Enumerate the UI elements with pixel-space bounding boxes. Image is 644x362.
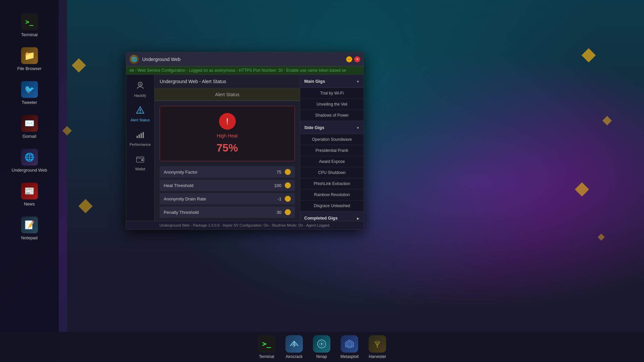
app-title: Underground Web [142,57,343,62]
gig-item-cpu-shutdown[interactable]: CPU Shutdown [300,167,364,178]
sidebar-label-terminal: Terminal [21,32,38,37]
svg-rect-6 [141,133,142,138]
gig-item-shadows-of-power[interactable]: Shadows of Power [300,110,364,121]
taskbar-item-metasploit[interactable]: Metasploit [340,335,359,359]
right-panel: Main Gigs Trial by Wi-Fi Unveiling the V… [300,75,364,221]
stat-dot-1[interactable] [285,182,291,188]
stat-dot-2[interactable] [285,196,291,202]
svg-rect-1 [139,83,141,85]
gig-item-disgrace-unleashed[interactable]: Disgrace Unleashed [300,200,364,212]
gig-item-trial-wifi[interactable]: Trial by Wi-Fi [300,88,364,99]
svg-rect-5 [139,134,140,138]
nav-label-wallet: Wallet [135,167,145,171]
stat-value-3: 30 [265,210,281,215]
taskbar-label-metasploit: Metasploit [340,354,359,359]
scroll-status-text: eb - Web Service Configuration - Logged … [129,68,346,73]
scroll-status-bar: eb - Web Service Configuration - Logged … [126,66,364,75]
app-status-text: Underground Web - Package 1.0.0.0 - Hype… [159,223,330,227]
completed-gigs-title: Completed Gigs [304,216,338,221]
taskbar: >_ Terminal Airocrack Nmap [0,332,644,362]
stat-row-penalty-threshold: Penalty Threshold 30 [160,206,295,218]
taskbar-label-airocrack: Airocrack [286,354,303,359]
gig-item-unveiling-veil[interactable]: Unveiling the Veil [300,99,364,110]
sidebar-item-tweeter[interactable]: 🐦 Tweeter [6,78,53,108]
performance-icon [136,130,145,141]
gig-item-operation-soundwave[interactable]: Operation Soundwave [300,134,364,145]
main-gigs-header[interactable]: Main Gigs [300,75,364,88]
alert-heat-label: High Heat [217,133,237,138]
stat-dot-3[interactable] [285,209,291,215]
gig-item-rainbow-revolution[interactable]: Rainbow Revolution [300,189,364,200]
alert-status-icon [136,106,145,117]
stat-row-heat-threshold: Heat Threshold 100 [160,180,295,191]
stat-value-0: 75 [265,170,281,175]
completed-gigs-chevron [357,215,360,221]
app-window: 🌐 Underground Web ─ ✕ eb - Web Service C… [126,52,364,230]
stat-value-2: -1 [265,196,281,201]
gig-item-award-expose[interactable]: Award Expose [300,156,364,167]
minimize-button[interactable]: ─ [346,56,352,62]
sidebar-label-notepad: Notepad [21,235,38,240]
stat-label-3: Penalty Threshold [164,210,261,215]
sidebar-item-news[interactable]: 📰 News [6,179,53,210]
side-gigs-header[interactable]: Side Gigs [300,121,364,134]
taskbar-item-nmap[interactable]: Nmap [313,335,330,359]
gig-item-presidential-prank[interactable]: Presidential Prank [300,145,364,156]
svg-point-10 [142,160,143,161]
gig-item-phishlink-extraction[interactable]: PhishLink Extraction [300,178,364,189]
close-button[interactable]: ✕ [354,56,360,62]
alert-icon: ! [219,113,236,130]
taskbar-item-airocrack[interactable]: Airocrack [285,335,303,359]
nav-item-performance[interactable]: Performance [127,127,154,150]
sidebar-item-underground-web[interactable]: 🌐 Underground Web [6,145,53,176]
app-icon: 🌐 [129,55,139,64]
stat-label-0: Anonymity Factor [164,170,261,175]
taskbar-item-terminal[interactable]: >_ Terminal [258,335,275,359]
sidebar-label-news: News [24,201,35,206]
svg-rect-4 [137,136,138,138]
stat-dot-0[interactable] [285,169,291,175]
sidebar-label-underground-web: Underground Web [12,168,47,173]
alert-section-header: Alert Status [155,88,300,101]
window-controls: ─ ✕ [346,56,360,62]
notepad-icon: 📝 [21,217,38,233]
news-icon: 📰 [21,183,38,199]
side-gigs-chevron [356,124,360,130]
nav-item-alert-status[interactable]: Alert Status [127,103,154,125]
stats-grid: Anonymity Factor 75 Heat Threshold 100 A… [160,166,295,218]
underground-web-icon: 🌐 [21,149,38,166]
sidebar-label-tweeter: Tweeter [21,100,37,105]
taskbar-airocrack-icon [285,335,303,353]
taskbar-terminal-icon: >_ [258,335,275,353]
taskbar-item-harvester[interactable]: Harvester [369,335,386,359]
sidebar-item-notepad[interactable]: 📝 Notepad [6,213,53,244]
stat-row-drain-rate: Anonymity Drain Rate -1 [160,193,295,204]
sidebar-item-terminal[interactable]: >_ Terminal [6,10,53,41]
tweeter-icon: 🐦 [21,81,38,98]
alert-box: ! High Heat 75% [160,106,295,161]
hackify-icon [136,81,145,92]
sidebar: >_ Terminal 📁 File Browser 🐦 Tweeter ✉️ … [0,0,59,362]
completed-gigs-header[interactable]: Completed Gigs [300,212,364,221]
taskbar-nmap-icon [313,335,330,353]
content-title: Underground Web - Alert Status [155,75,300,88]
taskbar-harvester-icon [369,335,386,353]
nav-label-hackify: Hackify [134,94,146,98]
nav-label-alert-status: Alert Status [131,118,150,122]
stat-row-anonymity-factor: Anonymity Factor 75 [160,166,295,178]
taskbar-label-nmap: Nmap [316,354,327,359]
title-bar: 🌐 Underground Web ─ ✕ [126,52,364,66]
sidebar-item-gomail[interactable]: ✉️ Gomail [6,112,53,142]
taskbar-metasploit-icon [341,335,358,353]
app-content: Underground Web - Alert Status Alert Sta… [155,75,300,221]
stat-label-1: Heat Threshold [164,183,261,188]
folder-icon: 📁 [21,47,38,64]
app-status-bar: Underground Web - Package 1.0.0.0 - Hype… [126,221,364,229]
sidebar-label-file-browser: File Browser [17,66,41,71]
nav-item-hackify[interactable]: Hackify [127,78,154,101]
taskbar-label-terminal: Terminal [259,354,274,359]
stat-value-1: 100 [265,183,281,188]
nav-item-wallet[interactable]: Wallet [127,152,154,174]
terminal-icon: >_ [21,13,38,30]
sidebar-item-file-browser[interactable]: 📁 File Browser [6,44,53,74]
